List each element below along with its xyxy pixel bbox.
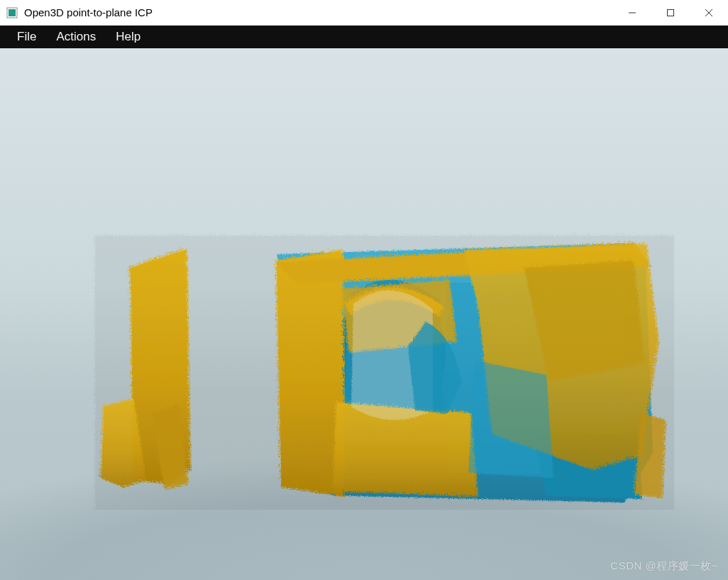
- menu-help[interactable]: Help: [106, 27, 150, 47]
- watermark-text: CSDN @程序媛一枚~: [610, 559, 718, 573]
- 3d-viewport[interactable]: CSDN @程序媛一枚~: [0, 48, 728, 580]
- pointcloud-scene: [92, 197, 674, 510]
- menu-actions[interactable]: Actions: [46, 27, 106, 47]
- minimize-button[interactable]: [613, 0, 651, 25]
- window-controls: [613, 0, 728, 25]
- close-button[interactable]: [690, 0, 728, 25]
- menubar: File Actions Help: [0, 26, 728, 48]
- svg-rect-3: [668, 9, 674, 16]
- svg-rect-8: [92, 233, 674, 510]
- window-titlebar: Open3D point-to-plane ICP: [0, 0, 728, 26]
- maximize-button[interactable]: [651, 0, 690, 25]
- svg-rect-1: [9, 9, 16, 16]
- app-icon: [6, 6, 18, 19]
- menu-file[interactable]: File: [7, 27, 46, 47]
- window-title: Open3D point-to-plane ICP: [24, 6, 153, 18]
